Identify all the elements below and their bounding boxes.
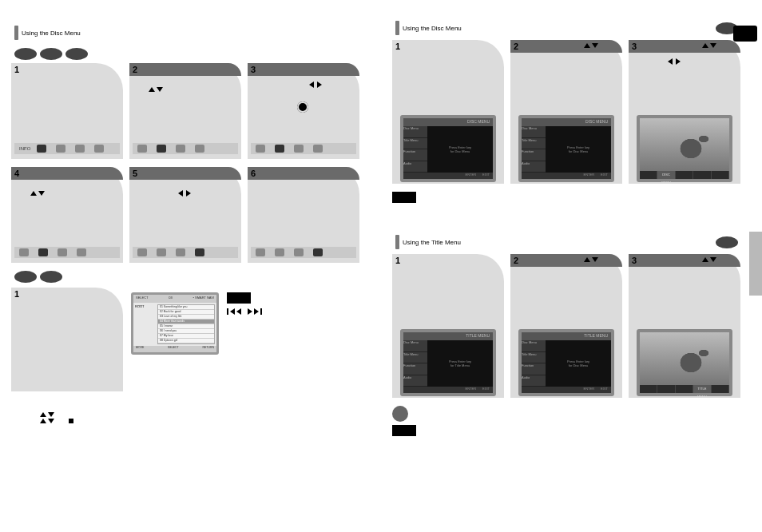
- osd-side-item: Function: [522, 363, 546, 375]
- guide-row: 1 SELECT 03 • SMART NAVI ROOT 01 Somethi…: [11, 288, 370, 391]
- folder-side: ROOT: [135, 304, 156, 344]
- list-item: 08 Uptown girl: [158, 339, 214, 343]
- right-step-row-a: 1 DISC MENU Disc Menu Title Menu Functio…: [392, 40, 751, 184]
- osd-foot-exit: EXIT: [601, 387, 608, 393]
- osd-foot-exit: EXIT: [482, 173, 490, 179]
- section-bar-icon: [395, 235, 399, 249]
- aux-column: [227, 289, 262, 315]
- function-strip: [14, 247, 120, 258]
- section-bar-icon: [14, 26, 18, 40]
- function-strip: [133, 247, 238, 258]
- step-number: 6: [251, 169, 256, 178]
- osd-side-item: Title Menu: [403, 352, 427, 364]
- step-number: 3: [251, 65, 256, 74]
- step-number: 3: [632, 42, 637, 51]
- step-card-a2: 2 DISC MENU Disc Menu Title Menu Functio…: [510, 40, 622, 184]
- guide-card-1: 1: [11, 288, 123, 391]
- left-right-triangles: [308, 82, 323, 87]
- osd-title: DISC MENU: [403, 118, 493, 126]
- step-card-1: 1 INFO: [11, 63, 123, 159]
- step-row-2: 4 5 6: [11, 167, 370, 263]
- left-column: Using the Disc Menu 1 INFO 2 3: [0, 0, 381, 532]
- section-bar-icon: [395, 21, 399, 35]
- up-down-triangles: [584, 43, 598, 48]
- osd-foot-enter: ENTER: [466, 387, 477, 393]
- osd-side-item: Title Menu: [522, 352, 546, 364]
- pill-dvd: [14, 48, 37, 60]
- osd-side-item: Audio: [522, 161, 546, 173]
- osd-screenshot: DISC MENU Disc Menu Title Menu Function …: [518, 115, 614, 182]
- up-down-triangles: [702, 43, 716, 48]
- osd-foot-enter: ENTER: [466, 173, 477, 179]
- osd-side-item: Title Menu: [522, 138, 546, 150]
- folder-shot-wrap: SELECT 03 • SMART NAVI ROOT 01 Something…: [131, 292, 219, 355]
- function-strip: [251, 143, 356, 154]
- osd-line2: for Disc Menu: [569, 363, 589, 367]
- osd-side-item: Disc Menu: [403, 340, 427, 352]
- step-number: 2: [133, 65, 137, 74]
- step-number: 1: [395, 42, 400, 51]
- folder-head-right: • SMART NAVI: [192, 296, 214, 302]
- right-column: Using the Disc Menu 1 DISC MENU Disc Men…: [381, 0, 762, 532]
- step-number: 1: [14, 289, 19, 299]
- note-circle-icon: [392, 406, 408, 422]
- section-heading-right-b: Using the Title Menu: [395, 235, 751, 249]
- function-strip: [251, 247, 356, 258]
- step-card-a1: 1 DISC MENU Disc Menu Title Menu Functio…: [392, 40, 504, 184]
- section-title: Using the Title Menu: [403, 239, 461, 246]
- left-right-triangles: [667, 59, 681, 64]
- folder-foot-mid: SELECT: [168, 346, 179, 352]
- pill-dvd: [716, 236, 738, 248]
- step-number: 4: [14, 169, 19, 178]
- folder-screenshot: SELECT 03 • SMART NAVI ROOT 01 Something…: [131, 292, 219, 355]
- dolphin-strip-label: DISC MENU: [657, 171, 675, 179]
- osd-screenshot: TITLE MENU Disc Menu Title Menu Function…: [400, 329, 496, 396]
- osd-side-item: Function: [403, 363, 427, 375]
- step-card-b1: 1 TITLE MENU Disc Menu Title Menu Functi…: [392, 254, 504, 398]
- osd-screenshot: TITLE MENU Disc Menu Title Menu Function…: [518, 329, 614, 396]
- osd-title: DISC MENU: [522, 118, 611, 126]
- strip-label: INFO: [19, 146, 30, 151]
- pill-cd: [65, 48, 88, 60]
- stop-icon: [69, 419, 73, 423]
- pill-jpeg: [40, 271, 62, 283]
- note-badge: [392, 425, 416, 436]
- step-card-a3: 3 DISC MENU: [629, 40, 740, 184]
- osd-title: TITLE MENU: [522, 332, 611, 340]
- step-card-b2: 2 TITLE MENU Disc Menu Title Menu Functi…: [510, 254, 622, 398]
- aperture-icon: [297, 101, 308, 113]
- step-card-4: 4: [11, 167, 123, 263]
- dolphin-strip-label: TITLE MENU: [693, 385, 711, 393]
- osd-side-item: Function: [522, 149, 546, 161]
- osd-line2: for Disc Menu: [569, 149, 589, 153]
- step-number: 2: [514, 256, 518, 265]
- osd-side-item: Audio: [403, 375, 427, 387]
- step-row-1: 1 INFO 2 3: [11, 63, 370, 159]
- step-card-6: 6: [248, 167, 359, 263]
- osd-side-item: Audio: [403, 161, 427, 173]
- skip-icons: [227, 308, 262, 315]
- step-number: 1: [395, 256, 400, 265]
- osd-side-item: Title Menu: [403, 138, 427, 150]
- step-number: 2: [514, 42, 518, 51]
- function-strip: INFO: [14, 143, 120, 154]
- osd-foot-enter: ENTER: [584, 387, 595, 393]
- left-right-triangles: [177, 191, 192, 196]
- pill-vcd: [40, 48, 62, 60]
- step-card-b3: 3 TITLE MENU: [629, 254, 740, 398]
- osd-side-item: Function: [403, 149, 427, 161]
- up-down-triangles: [584, 257, 598, 262]
- dolphin-screenshot: TITLE MENU: [637, 329, 732, 396]
- step-number: 5: [133, 169, 137, 178]
- section-title: Using the Disc Menu: [403, 25, 462, 32]
- section-heading-left: Using the Disc Menu: [14, 26, 370, 40]
- osd-side-item: Disc Menu: [403, 126, 427, 138]
- up-down-triangles: [149, 87, 163, 92]
- folder-head-mid: 03: [169, 296, 172, 302]
- section-heading-right-a: Using the Disc Menu: [395, 21, 751, 35]
- step-card-2: 2: [129, 63, 241, 159]
- osd-screenshot: DISC MENU Disc Menu Title Menu Function …: [400, 115, 496, 182]
- format-pills-2: [14, 271, 370, 283]
- folder-foot-right: RETURN: [202, 346, 214, 352]
- folder-list: 01 Something like you 02 Back for good 0…: [157, 304, 215, 344]
